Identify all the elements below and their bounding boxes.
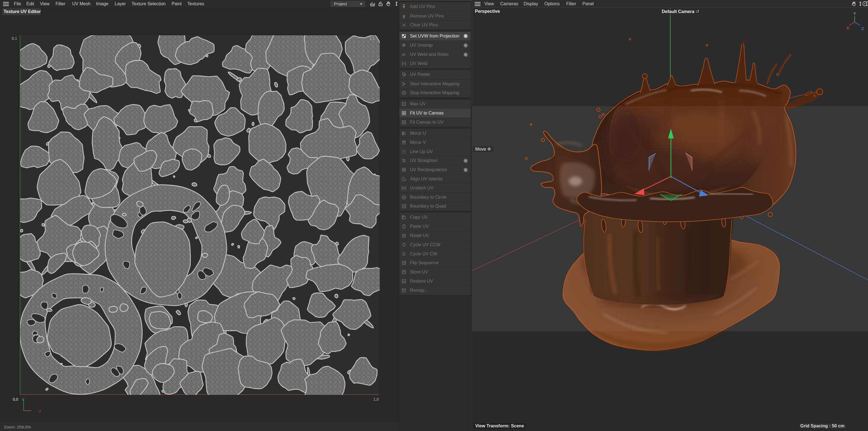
svg-text:V: V bbox=[22, 397, 24, 402]
svg-text:Z: Z bbox=[861, 26, 864, 31]
svg-text:U: U bbox=[38, 409, 41, 413]
svg-text:Y: Y bbox=[853, 11, 856, 16]
svg-text:X: X bbox=[846, 26, 849, 30]
